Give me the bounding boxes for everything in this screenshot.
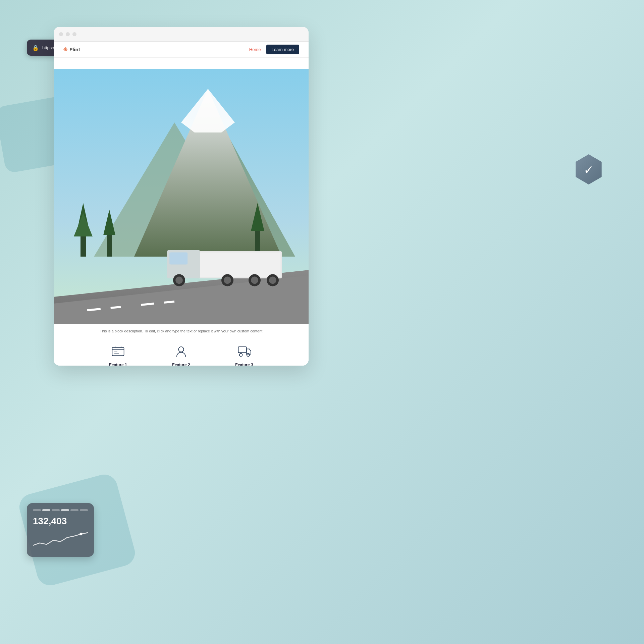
stats-bar-row <box>33 509 88 511</box>
svg-point-0 <box>79 533 82 535</box>
lock-icon: 🔒 <box>32 45 39 51</box>
stats-bar-3 <box>52 509 60 511</box>
stats-bar-6 <box>80 509 88 511</box>
stats-bar-5 <box>70 509 78 511</box>
hero-image <box>181 58 309 185</box>
stats-bar-2 <box>42 509 50 511</box>
security-badge: ✓ <box>574 154 604 184</box>
hero-section: WE MOVE THINGS AROUND Expedited trucking… <box>54 58 309 185</box>
browser-window: ✳ Flint Home Learn more WE MOVE THINGS A… <box>54 27 309 366</box>
stats-chart <box>33 529 88 548</box>
mountain-scene-svg <box>181 58 309 185</box>
stats-bar-4 <box>61 509 69 511</box>
check-icon: ✓ <box>584 163 594 177</box>
stats-number: 132,403 <box>33 516 88 527</box>
stats-bar-1 <box>33 509 41 511</box>
stats-widget: 132,403 <box>27 503 94 557</box>
